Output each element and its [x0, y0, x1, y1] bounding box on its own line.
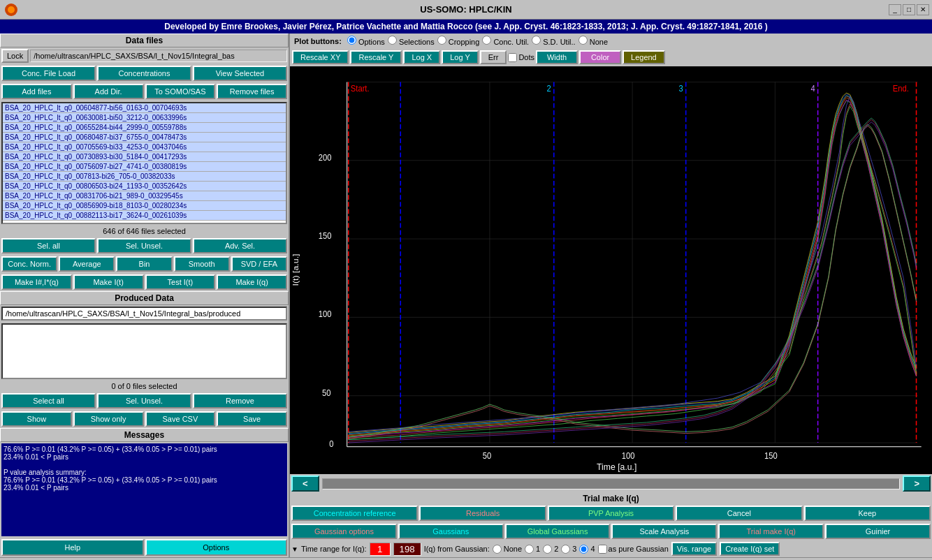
sel-unsel-button[interactable]: Sel. Unsel.	[97, 238, 191, 253]
show-only-button[interactable]: Show only	[73, 411, 144, 427]
lock-button[interactable]: Lock	[1, 49, 29, 63]
adv-sel-button[interactable]: Adv. Sel.	[193, 238, 287, 253]
residuals-button[interactable]: Residuals	[419, 506, 546, 521]
radio-none-label[interactable]: None	[578, 36, 608, 46]
global-gaussians-button[interactable]: Global Gaussians	[505, 524, 611, 539]
options-button[interactable]: Options	[145, 539, 288, 556]
save-csv-button[interactable]: Save CSV	[145, 411, 216, 427]
width-button[interactable]: Width	[536, 50, 578, 64]
radio-sd-util-label[interactable]: S.D. Util..	[532, 36, 576, 46]
radio-cropping-label[interactable]: Cropping	[437, 36, 480, 46]
gaussians-button[interactable]: Gaussians	[398, 524, 504, 539]
time-range-label: Time range for I(q):	[301, 545, 367, 553]
svg-text:150: 150	[764, 450, 778, 461]
concentrations-button[interactable]: Concentrations	[97, 66, 191, 81]
log-x-button[interactable]: Log X	[403, 50, 440, 64]
radio-3-iq[interactable]: 3	[561, 545, 576, 554]
add-files-button[interactable]: Add files	[1, 84, 72, 99]
save-button[interactable]: Save	[217, 411, 287, 427]
list-item[interactable]: BSA_20_HPLC_lt_q0_007813-bi26_705-0_0038…	[3, 172, 286, 182]
sel-btn-row: Sel. all Sel. Unsel. Adv. Sel.	[0, 237, 289, 255]
gaussian-options-button[interactable]: Gaussian options	[291, 524, 397, 539]
messages-area: 76.6% P >= 0.01 (43.2% P >= 0.05) + (33.…	[1, 443, 287, 536]
smooth-button[interactable]: Smooth	[174, 256, 230, 272]
file-path-row: Lock /home/ultrascan/HPLC_SAXS/BSA/l_t_N…	[0, 47, 289, 64]
make-iq-button[interactable]: Make I(q)	[217, 274, 287, 290]
btn-row-1: Conc. File Load Concentrations View Sele…	[0, 64, 289, 82]
err-button[interactable]: Err	[480, 50, 507, 64]
to-somo-sas-button[interactable]: To SOMO/SAS	[145, 84, 216, 99]
time-start-input[interactable]	[370, 543, 391, 556]
list-item[interactable]: BSA_20_HPLC_lt_q0_00630081-bi50_3212-0_0…	[3, 113, 286, 123]
file-list[interactable]: BSA_20_HPLC_lt_q0_00604877-bi56_0163-0_0…	[1, 102, 287, 224]
make-it-button[interactable]: Make I(t)	[73, 274, 144, 290]
list-item[interactable]: BSA_20_HPLC_lt_q0_00882113-bi17_3624-0_0…	[3, 211, 286, 221]
cancel-button[interactable]: Cancel	[676, 506, 802, 521]
as-pure-gaussian-checkbox[interactable]: as pure Gaussian	[598, 545, 669, 554]
window-controls: _ □ ✕	[889, 4, 929, 15]
svg-text:Start.: Start.	[351, 83, 370, 94]
radio-2-iq[interactable]: 2	[543, 545, 558, 554]
radio-none-iq[interactable]: None	[493, 545, 522, 554]
remove-files-button[interactable]: Remove files	[217, 84, 287, 99]
close-window-button[interactable]: ✕	[917, 4, 929, 15]
radio-selections-label[interactable]: Selections	[388, 36, 435, 46]
legend-button[interactable]: Legend	[622, 50, 665, 64]
vis-range-button[interactable]: Vis. range	[671, 542, 717, 556]
help-button[interactable]: Help	[1, 539, 144, 556]
list-item[interactable]: BSA_20_HPLC_lt_q0_00756097-bi27_4741-0_0…	[3, 162, 286, 172]
list-item[interactable]: BSA_20_HPLC_lt_q0_00806503-bi24_1193-0_0…	[3, 182, 286, 191]
time-end-input[interactable]	[393, 543, 421, 556]
list-item[interactable]: BSA_20_HPLC_lt_q0_00705569-bi33_4253-0_0…	[3, 142, 286, 152]
list-item[interactable]: BSA_20_HPLC_lt_q0_00856909-bi18_8103-0_0…	[3, 201, 286, 211]
file-path-display: /home/ultrascan/HPLC_SAXS/BSA/l_t_Nov15/…	[30, 50, 287, 62]
scale-analysis-button[interactable]: Scale Analysis	[611, 524, 717, 539]
show-button[interactable]: Show	[1, 411, 72, 427]
list-item[interactable]: BSA_20_HPLC_lt_q0_00831706-bi21_989-0_00…	[3, 191, 286, 201]
make-ihash-button[interactable]: Make I#,I*(q)	[1, 274, 72, 290]
plot-buttons-label: Plot buttons:	[294, 37, 342, 45]
view-selected-button[interactable]: View Selected	[193, 66, 287, 81]
remove-button[interactable]: Remove	[193, 393, 287, 408]
radio-conc-util-label[interactable]: Conc. Util.	[482, 36, 529, 46]
concentration-reference-button[interactable]: Concentration reference	[291, 506, 418, 521]
dropdown-arrow[interactable]: ▼	[291, 545, 298, 553]
bin-button[interactable]: Bin	[116, 256, 172, 272]
guinier-button[interactable]: Guinier	[825, 524, 931, 539]
average-button[interactable]: Average	[59, 256, 115, 272]
produced-list[interactable]	[1, 323, 287, 379]
radio-options-label[interactable]: Options	[347, 36, 385, 46]
list-item[interactable]: BSA_20_HPLC_lt_q0_00655284-bi44_2999-0_0…	[3, 123, 286, 133]
slider-left-button[interactable]: <	[291, 476, 319, 492]
svd-efa-button[interactable]: SVD / EFA	[231, 256, 287, 272]
list-item[interactable]: BSA_20_HPLC_lt_q0_00730893-bi30_5184-0_0…	[3, 152, 286, 162]
add-dir-button[interactable]: Add Dir.	[73, 84, 144, 99]
trial-make-header: Trial make I(q)	[290, 493, 932, 504]
dots-checkbox-label[interactable]: Dots	[508, 50, 534, 64]
list-item[interactable]: BSA_20_HPLC_lt_q0_00680487-bi37_6755-0_0…	[3, 133, 286, 142]
log-y-button[interactable]: Log Y	[442, 50, 479, 64]
minimize-button[interactable]: _	[889, 4, 901, 15]
pvp-analysis-button[interactable]: PVP Analysis	[548, 506, 674, 521]
svg-text:4: 4	[810, 83, 815, 94]
slider-right-button[interactable]: >	[903, 476, 931, 492]
slider-track[interactable]	[322, 478, 901, 489]
select-all-button[interactable]: Select all	[1, 393, 96, 408]
conc-norm-button[interactable]: Conc. Norm.	[1, 256, 57, 272]
keep-button[interactable]: Keep	[804, 506, 931, 521]
create-iq-set-button[interactable]: Create I(q) set	[720, 542, 780, 556]
plot-controls-bar: Plot buttons: Options Selections Croppin…	[290, 34, 932, 48]
test-it-button[interactable]: Test I(t)	[145, 274, 216, 290]
list-item[interactable]: BSA_20_HPLC_lt_q0_00604877-bi56_0163-0_0…	[3, 103, 286, 113]
rescale-xy-button[interactable]: Rescale XY	[292, 50, 349, 64]
conc-file-load-button[interactable]: Conc. File Load	[1, 66, 96, 81]
sel-all-button[interactable]: Sel. all	[1, 238, 96, 253]
rescale-y-button[interactable]: Rescale Y	[350, 50, 402, 64]
trial-make-iq-button[interactable]: Trial make I(q)	[718, 524, 824, 539]
radio-1-iq[interactable]: 1	[525, 545, 540, 554]
color-button[interactable]: Color	[579, 50, 621, 64]
sel-btn-row-2: Select all Sel. Unsel. Remove	[0, 392, 289, 410]
radio-4-iq[interactable]: 4	[579, 545, 595, 554]
maximize-button[interactable]: □	[903, 4, 915, 15]
sel-unsel-2-button[interactable]: Sel. Unsel.	[97, 393, 191, 408]
